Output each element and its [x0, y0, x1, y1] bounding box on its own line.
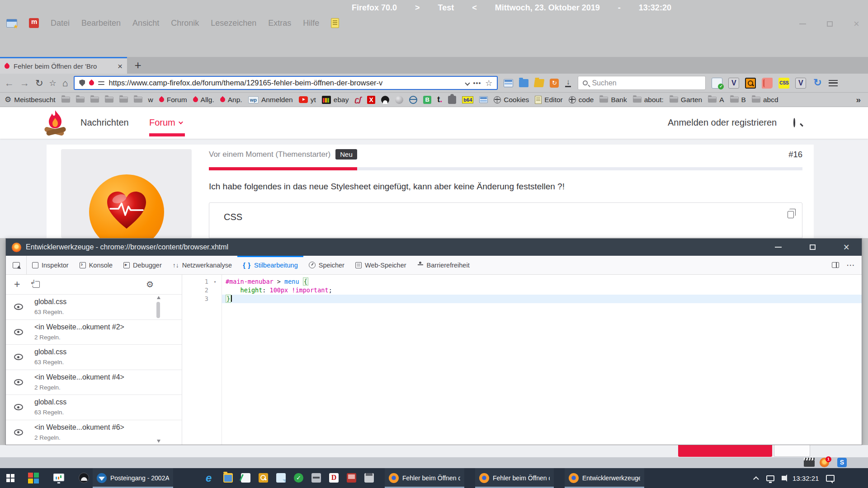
page-actions-dots-icon[interactable]: ••• [473, 80, 481, 87]
split-panes-icon[interactable] [832, 262, 839, 268]
extension-session-icon[interactable] [712, 78, 722, 89]
bookmark-yt[interactable]: yt [299, 96, 316, 104]
d-app-icon[interactable]: D [329, 473, 339, 483]
bookmark-code[interactable]: code [569, 96, 594, 104]
green-bracket-icon[interactable]: B [423, 96, 431, 104]
devtools-menu-dots-icon[interactable]: ⋯ [846, 260, 855, 270]
tab-close-icon[interactable]: × [118, 62, 123, 70]
library-star-button[interactable]: ☆ [49, 78, 57, 88]
tab-debugger[interactable]: Debugger [118, 256, 167, 274]
bookmark-editor[interactable]: Editor [535, 96, 563, 104]
clapperboard-icon[interactable] [804, 458, 815, 467]
menu-extras[interactable]: Extras [268, 19, 291, 28]
bookmark-ebay[interactable]: ebay [322, 96, 349, 104]
site-nav-forum[interactable]: Forum [149, 117, 182, 128]
bookmark-meistbesucht[interactable]: ⚙Meistbesucht [5, 95, 56, 104]
css-source-editor[interactable]: 1 ▾ #main-menubar > menu { 2 height: 100… [182, 275, 862, 445]
url-input[interactable] [108, 79, 461, 87]
bookmark-abcd[interactable]: abcd [752, 96, 778, 104]
github-icon[interactable] [381, 96, 389, 104]
notes-icon[interactable] [331, 18, 339, 28]
keepass-icon[interactable] [259, 473, 268, 483]
volume-icon[interactable] [782, 476, 785, 480]
minimize-icon[interactable] [775, 247, 782, 248]
tab-netzwerkanalyse[interactable]: ↑↓Netzwerkanalyse [167, 256, 237, 274]
bookmark-folder-icon[interactable] [105, 97, 113, 103]
bookmark-window-icon[interactable] [6, 19, 17, 28]
maximize-icon[interactable] [810, 244, 816, 250]
bookmark-folder-icon[interactable] [76, 97, 85, 103]
forward-button[interactable]: → [20, 78, 29, 89]
bookmark-w[interactable]: w [148, 96, 153, 104]
firefox-badge-icon[interactable]: 1 [820, 458, 829, 467]
bookmark-folder-icon[interactable] [90, 97, 99, 103]
edge-icon[interactable]: e [206, 473, 215, 483]
tab-konsole[interactable]: Konsole [74, 256, 118, 274]
tab-barrierefreiheit[interactable]: Barrierefreiheit [412, 256, 475, 274]
login-link[interactable]: Anmelden oder registrieren [668, 117, 777, 128]
close-icon[interactable]: × [844, 244, 849, 250]
s-app-icon[interactable]: S [837, 458, 847, 467]
import-stylesheet-icon[interactable] [33, 281, 40, 288]
visibility-eye-icon[interactable] [14, 329, 23, 335]
scrollbar-thumb[interactable] [156, 302, 160, 318]
sync-orange-toolbar-icon[interactable]: ↻ [550, 79, 559, 88]
visibility-eye-icon[interactable] [14, 429, 23, 436]
card-reader-icon[interactable] [311, 473, 321, 483]
bookmark-b[interactable]: B [730, 96, 746, 104]
downloads-icon[interactable] [565, 79, 572, 87]
blue-folder-toolbar-icon[interactable] [519, 79, 528, 87]
bookmark-folder-icon[interactable] [61, 97, 70, 103]
bookmark-about[interactable]: about: [633, 96, 664, 104]
site-search-icon[interactable] [793, 118, 795, 127]
minimize-icon[interactable] [799, 23, 806, 24]
bookmarks-overflow-chevron-icon[interactable]: » [856, 95, 861, 105]
menu-lesezeichen[interactable]: Lesezeichen [211, 19, 256, 28]
start-button[interactable] [6, 474, 14, 482]
sidebar-scrollbar[interactable] [156, 294, 161, 445]
taskbar-firefox-window-1[interactable]: Fehler beim Öffnen d... [385, 468, 464, 488]
extension-v2-icon[interactable]: V [795, 78, 806, 89]
visibility-eye-icon[interactable] [14, 354, 23, 360]
sticky-notes-icon[interactable] [276, 473, 286, 483]
menu-datei[interactable]: Datei [51, 19, 70, 28]
urlbar-dropdown-chevron-icon[interactable] [465, 80, 470, 85]
options-gear-icon[interactable]: ⚙ [146, 279, 154, 290]
striped-window-icon[interactable] [479, 96, 488, 103]
visibility-eye-icon[interactable] [14, 304, 23, 310]
blue-globe-icon[interactable] [409, 96, 417, 104]
taskbar-devtools-window[interactable]: Entwicklerwerkzeuge ... [565, 468, 644, 488]
tab-web-speicher[interactable]: Web-Speicher [350, 256, 412, 274]
extension-sync-blue-icon[interactable]: ↻ [812, 78, 823, 89]
home-button[interactable]: ⌂ [62, 78, 68, 89]
menu-bearbeiten[interactable]: Bearbeiten [81, 19, 121, 28]
taskbar-firefox-window-2[interactable]: Fehler beim Öffnen d... [475, 468, 554, 488]
search-input[interactable] [592, 79, 701, 87]
tab-speicher[interactable]: Speicher [303, 256, 350, 274]
base64-icon[interactable]: b64 [462, 96, 473, 103]
network-monitor-icon[interactable] [766, 475, 774, 481]
visibility-eye-icon[interactable] [14, 404, 23, 410]
permissions-icon[interactable] [98, 80, 104, 86]
extension-css-icon[interactable]: CSS [778, 78, 789, 89]
bookmark-cookies[interactable]: Cookies [494, 96, 529, 104]
bookmark-anp[interactable]: Anp. [220, 96, 242, 104]
file-explorer-icon[interactable] [223, 473, 233, 483]
post-avatar-panel[interactable] [61, 149, 192, 238]
bookmark-a[interactable]: A [708, 96, 724, 104]
reload-button[interactable]: ↻ [35, 78, 43, 89]
menu-ansicht[interactable]: Ansicht [132, 19, 159, 28]
tab-stilbearbeitung[interactable]: { }Stilbearbeitung [237, 256, 303, 274]
fold-arrow-icon[interactable]: ▾ [208, 277, 222, 286]
open-folder-toolbar-icon[interactable] [534, 79, 545, 87]
menu-hilfe[interactable]: Hilfe [303, 19, 319, 28]
back-button[interactable]: ← [5, 78, 14, 89]
puzzle-icon[interactable] [448, 96, 456, 104]
site-nav-nachrichten[interactable]: Nachrichten [80, 117, 129, 128]
pinned-photo-app-icon[interactable] [79, 473, 89, 483]
hamburger-menu-icon[interactable] [829, 80, 838, 86]
extension-userscript-icon[interactable] [762, 78, 773, 89]
antivirus-check-icon[interactable]: ✓ [294, 473, 303, 483]
scroll-down-icon[interactable] [157, 440, 160, 443]
active-tab[interactable]: Fehler beim Öffnen der 'Bro × [0, 57, 127, 74]
